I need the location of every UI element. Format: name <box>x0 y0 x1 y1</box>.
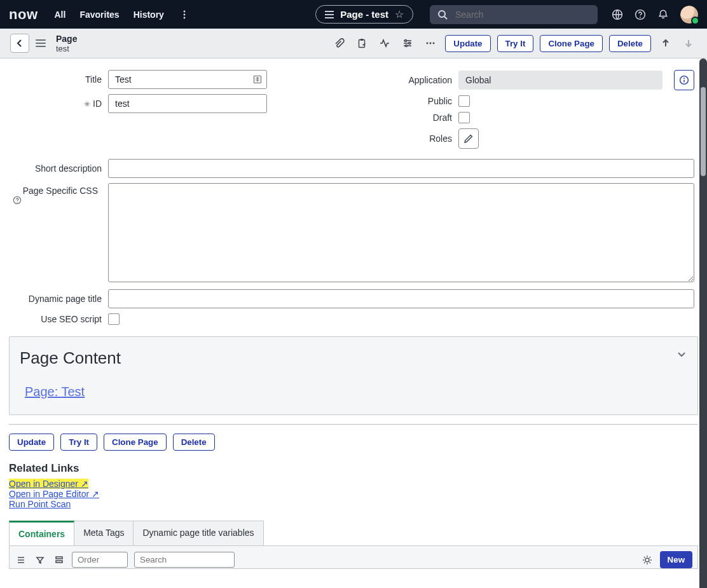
nav-history[interactable]: History <box>134 10 164 20</box>
related-links: Related Links Open in Designer ↗ Open in… <box>9 462 698 509</box>
related-list-tabs: Containers Meta Tags Dynamic page title … <box>9 521 698 546</box>
content-area: Title ID <box>0 58 707 588</box>
delete-button-2[interactable]: Delete <box>173 434 215 451</box>
tryit-button-2[interactable]: Try It <box>60 434 97 451</box>
new-button[interactable]: New <box>660 551 692 568</box>
update-button[interactable]: Update <box>445 35 490 52</box>
sliders-icon[interactable] <box>399 35 416 51</box>
draft-label: Draft <box>363 113 452 123</box>
svg-point-2 <box>183 17 185 18</box>
open-in-designer-link[interactable]: Open in Designer ↗ <box>9 479 88 489</box>
tab-containers[interactable]: Containers <box>9 521 74 545</box>
order-input[interactable] <box>72 552 128 568</box>
svg-rect-22 <box>56 561 62 563</box>
topbar-icons <box>612 6 698 24</box>
list-menu-icon[interactable] <box>15 554 27 566</box>
search-input[interactable] <box>454 9 565 20</box>
clipboard-icon[interactable] <box>354 35 370 51</box>
star-icon[interactable]: ☆ <box>395 8 404 20</box>
application-label: Application <box>363 75 452 85</box>
more-icon[interactable] <box>422 35 439 51</box>
tryit-button[interactable]: Try It <box>497 35 534 52</box>
topbar: now All Favorites History Page - test ☆ <box>0 0 707 29</box>
svg-point-12 <box>406 45 408 47</box>
globe-icon[interactable] <box>612 9 623 20</box>
action-row: Update Try It Clone Page Delete <box>9 434 698 451</box>
svg-point-23 <box>645 558 649 562</box>
id-field[interactable] <box>108 94 267 113</box>
svg-point-7 <box>640 17 641 18</box>
content-scroll[interactable]: Title ID <box>9 58 698 588</box>
related-links-heading: Related Links <box>9 462 698 475</box>
down-arrow-icon <box>680 35 697 51</box>
section-divider <box>9 424 698 425</box>
dyn-title-label: Dynamic page title <box>13 294 102 304</box>
activity-icon[interactable] <box>376 35 393 51</box>
svg-point-19 <box>13 196 20 203</box>
list-toolbar: New <box>9 546 698 569</box>
brand-logo[interactable]: now <box>9 6 38 23</box>
scrollbar-thumb[interactable] <box>701 87 706 176</box>
page-link[interactable]: Page: Test <box>25 385 85 399</box>
svg-rect-8 <box>359 40 365 48</box>
list-group-icon[interactable] <box>53 554 65 566</box>
pc-collapse-icon[interactable] <box>676 348 687 360</box>
form-menu-icon[interactable] <box>36 39 46 47</box>
svg-point-0 <box>183 10 185 12</box>
svg-rect-21 <box>56 557 62 559</box>
record-name: test <box>56 44 77 53</box>
record-title: Page test <box>56 34 77 53</box>
scrollbar[interactable] <box>699 58 707 588</box>
attachment-icon[interactable] <box>331 35 347 51</box>
bell-icon[interactable] <box>657 9 669 20</box>
roles-label: Roles <box>363 133 452 144</box>
context-pill[interactable]: Page - test ☆ <box>315 5 413 24</box>
title-suggest-icon[interactable] <box>253 75 262 84</box>
roles-edit-icon[interactable] <box>458 128 479 149</box>
svg-point-3 <box>439 11 445 17</box>
clone-button[interactable]: Clone Page <box>540 35 603 52</box>
page-css-field[interactable] <box>108 183 694 282</box>
short-desc-label: Short description <box>13 163 102 174</box>
title-label: Title <box>13 74 102 85</box>
svg-point-11 <box>409 43 411 44</box>
title-field[interactable] <box>108 70 267 89</box>
up-arrow-icon[interactable] <box>657 35 674 51</box>
page-css-help-icon[interactable] <box>13 196 102 205</box>
short-desc-field[interactable] <box>108 159 694 178</box>
nav-all[interactable]: All <box>55 10 66 20</box>
draft-checkbox[interactable] <box>458 112 470 123</box>
page-content-section: Page Content Page: Test <box>9 336 698 415</box>
application-info-icon[interactable] <box>674 70 694 90</box>
dyn-title-field[interactable] <box>108 289 694 308</box>
tab-meta-tags[interactable]: Meta Tags <box>74 521 134 545</box>
run-point-scan-link[interactable]: Run Point Scan <box>9 499 71 509</box>
clone-button-2[interactable]: Clone Page <box>104 434 167 451</box>
main-nav: All Favorites History <box>55 8 191 21</box>
svg-rect-9 <box>360 39 363 41</box>
svg-line-4 <box>444 17 447 19</box>
application-value: Global <box>458 71 662 90</box>
user-avatar[interactable] <box>680 6 698 24</box>
svg-point-1 <box>183 13 185 15</box>
help-icon[interactable] <box>635 9 646 20</box>
update-button-2[interactable]: Update <box>9 434 54 451</box>
tab-dyn-variables[interactable]: Dynamic page title variables <box>134 521 263 545</box>
page-css-label: Page Specific CSS <box>23 186 98 196</box>
open-in-editor-link[interactable]: Open in Page Editor ↗ <box>9 489 99 499</box>
global-search[interactable] <box>430 5 598 24</box>
list-settings-icon[interactable] <box>641 554 654 566</box>
context-title: Page - test <box>340 9 388 20</box>
list-search-input[interactable] <box>134 552 235 568</box>
page-content-heading: Page Content <box>20 348 687 368</box>
nav-overflow-icon[interactable] <box>178 8 191 21</box>
seo-checkbox[interactable] <box>108 313 120 325</box>
record-type: Page <box>56 34 77 44</box>
back-button[interactable] <box>10 34 29 53</box>
public-checkbox[interactable] <box>458 95 470 107</box>
delete-button[interactable]: Delete <box>609 35 651 52</box>
list-filter-icon[interactable] <box>34 554 46 566</box>
svg-point-14 <box>430 43 432 44</box>
nav-favorites[interactable]: Favorites <box>79 10 119 20</box>
id-label: ID <box>13 99 102 109</box>
